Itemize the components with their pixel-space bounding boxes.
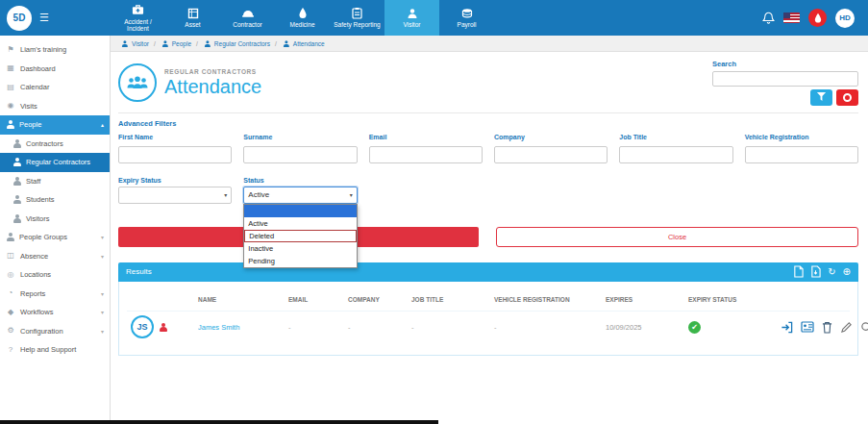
status-option-inactive[interactable]: Inactive [244,242,356,255]
sidebar-item-people[interactable]: People ▴ [0,115,110,135]
sidebar-item-staff[interactable]: Staff [0,172,110,191]
tab-accident-incident[interactable]: Accident / Incident [111,0,165,36]
person-icon [12,195,21,204]
surname-input[interactable] [243,146,357,163]
col-email: EMAIL [288,296,348,303]
add-icon[interactable]: ⊕ [843,267,851,277]
tab-visitor[interactable]: Visitor [384,0,439,36]
sidebar-item-absence[interactable]: ◫ Absence ▾ [0,247,110,266]
breadcrumb-visitor[interactable]: Visitor [120,39,149,48]
refresh-icon[interactable]: ↻ [828,267,835,277]
status-option-blank[interactable] [244,205,356,217]
clear-search-button[interactable] [836,89,858,106]
status-option-active[interactable]: Active [244,217,356,230]
sidebar-item-locations[interactable]: ◎ Locations [0,265,110,285]
job-title-input[interactable] [619,146,732,163]
asset-box-icon [187,7,199,19]
help-icon: ? [6,346,15,354]
main-content: REGULAR CONTRACTORS Attendance Search Ad… [111,52,868,424]
breadcrumb: Visitor / People / Regular Contractors /… [111,36,868,52]
sidebar-item-people-groups[interactable]: People Groups ▾ [0,228,110,247]
panic-alert-icon[interactable] [808,9,827,27]
results-title: Results [126,267,152,276]
edit-icon[interactable] [840,321,853,334]
absence-icon: ◫ [6,252,15,260]
tab-safety-reporting[interactable]: Safety Reporting [330,0,384,36]
id-card-icon[interactable] [801,321,814,333]
coins-icon [461,7,473,19]
visits-icon: ◉ [6,102,15,110]
vehicle-registration-input[interactable] [745,146,858,163]
people-icon [204,40,211,47]
company-input[interactable] [494,146,608,163]
row-job-title: - [411,323,494,332]
view-details-icon[interactable] [860,321,868,334]
chevron-up-icon: ▴ [101,121,104,128]
sidebar-item-visits[interactable]: ◉ Visits [0,97,110,116]
results-section: Results ↻ ⊕ NAME EMAIL COMPANY JOB TITLE… [118,262,858,356]
header-divider [118,112,858,113]
menu-icon[interactable]: ☰ [39,12,49,24]
status-option-deleted[interactable]: Deleted [244,230,356,242]
status-dropdown: Active Deleted Inactive Pending [243,204,357,268]
tab-medicine[interactable]: Medicine [275,0,330,36]
notifications-bell-icon[interactable] [762,12,775,25]
top-navbar: 5D ☰ Accident / Incident Asset Contracto… [0,0,868,36]
sidebar-item-visitors[interactable]: Visitors [0,210,110,229]
company-label: Company [494,134,608,140]
tab-contractor[interactable]: Contractor [220,0,275,36]
row-expires: 10/09/2025 [606,323,688,332]
breadcrumb-regular-contractors[interactable]: Regular Contractors [203,39,270,48]
row-email: - [288,323,348,332]
col-name: NAME [198,296,288,303]
people-icon [161,40,168,47]
expiry-status-select[interactable]: ▾ [118,187,232,204]
sidebar-item-dashboard[interactable]: ▦ Dashboard [0,60,110,79]
locations-icon: ◎ [6,271,15,279]
breadcrumb-attendance[interactable]: Attendance [282,39,325,48]
page-eyebrow: REGULAR CONTRACTORS [164,68,261,75]
status-select[interactable]: Active ▾ [243,187,357,204]
sidebar-item-reports[interactable]: ◔ Reports ▾ [0,285,110,304]
row-avatar: JS [131,315,154,338]
sidebar-item-help-support[interactable]: ? Help and Support [0,340,110,360]
sidebar-item-configuration[interactable]: ⚙ Configuration ▾ [0,322,110,341]
sidebar-item-training[interactable]: ⚑ Liam's training [0,40,110,60]
sidebar-item-calendar[interactable]: ▤ Calendar [0,78,110,97]
training-icon: ⚑ [6,46,15,54]
user-avatar[interactable]: HD [835,9,855,28]
person-status-icon [159,323,167,332]
row-name-link[interactable]: James Smith [198,323,288,332]
col-job-title: JOB TITLE [411,296,494,303]
person-icon [283,40,289,47]
regular-contractors-group-icon [118,63,157,102]
sidebar-item-regular-contractors[interactable]: Regular Contractors [0,153,110,172]
row-vehicle-registration: - [494,323,606,332]
delete-icon[interactable] [822,321,832,334]
email-input[interactable] [369,146,483,163]
filter-actions: Close [118,227,858,247]
sidebar-item-students[interactable]: Students [0,190,110,210]
search-input[interactable] [712,71,858,87]
filter-button[interactable] [810,89,832,106]
file-export-icon[interactable] [793,265,804,278]
funnel-icon [816,90,827,105]
clipboard-icon [352,7,362,19]
language-flag-icon[interactable] [783,12,800,23]
chevron-down-icon: ▾ [101,290,104,297]
sidebar-item-workflows[interactable]: ◆ Workflows ▾ [0,303,110,322]
close-button[interactable]: Close [496,227,858,247]
tab-asset[interactable]: Asset [165,0,220,36]
tab-payroll[interactable]: Payroll [439,0,494,36]
first-name-input[interactable] [118,146,232,163]
sign-in-out-icon[interactable] [781,321,793,334]
download-export-icon[interactable] [810,265,821,278]
person-icon [121,40,128,47]
person-icon [12,177,21,186]
first-name-label: First Name [118,134,232,140]
breadcrumb-people[interactable]: People [161,39,191,48]
chevron-down-icon: ▾ [101,328,104,335]
chevron-down-icon: ▾ [101,253,104,260]
status-option-pending[interactable]: Pending [244,255,356,267]
sidebar-item-contractors[interactable]: Contractors [0,135,110,154]
